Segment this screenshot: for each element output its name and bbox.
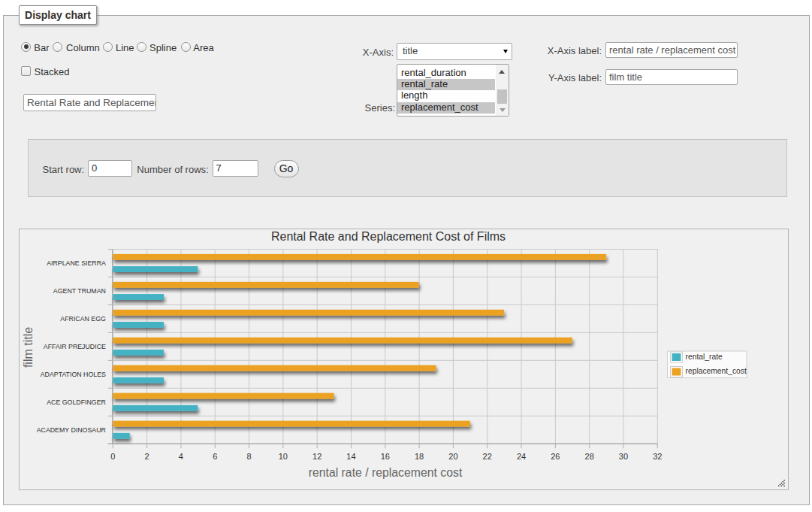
svg-text:8: 8 bbox=[246, 452, 251, 461]
svg-text:ADAPTATION HOLES: ADAPTATION HOLES bbox=[41, 371, 106, 378]
svg-text:rental_rate: rental_rate bbox=[686, 353, 723, 361]
svg-text:AGENT TRUMAN: AGENT TRUMAN bbox=[53, 287, 106, 295]
svg-text:AFRICAN EGG: AFRICAN EGG bbox=[60, 315, 106, 323]
svg-text:replacement_cost: replacement_cost bbox=[686, 367, 747, 375]
svg-text:6: 6 bbox=[213, 452, 217, 461]
svg-text:2: 2 bbox=[145, 452, 149, 461]
svg-text:0: 0 bbox=[110, 452, 115, 461]
svg-text:20: 20 bbox=[448, 452, 457, 461]
svg-text:ACE GOLDFINGER: ACE GOLDFINGER bbox=[47, 398, 106, 406]
svg-text:Rental Rate and Replacement Co: Rental Rate and Replacement Cost of Film… bbox=[271, 230, 506, 243]
svg-text:16: 16 bbox=[381, 452, 390, 461]
svg-text:32: 32 bbox=[653, 452, 662, 461]
svg-text:AFFAIR PREJUDICE: AFFAIR PREJUDICE bbox=[44, 343, 106, 350]
svg-text:28: 28 bbox=[585, 452, 594, 461]
svg-text:22: 22 bbox=[483, 452, 492, 461]
svg-text:ACADEMY DINOSAUR: ACADEMY DINOSAUR bbox=[37, 426, 106, 434]
svg-text:14: 14 bbox=[346, 452, 355, 461]
svg-text:18: 18 bbox=[415, 452, 424, 461]
svg-text:10: 10 bbox=[279, 452, 288, 461]
svg-text:4: 4 bbox=[179, 452, 183, 461]
svg-text:24: 24 bbox=[517, 452, 526, 461]
svg-text:AIRPLANE SIERRA: AIRPLANE SIERRA bbox=[47, 259, 106, 267]
svg-text:26: 26 bbox=[551, 452, 560, 461]
svg-text:film title: film title bbox=[22, 327, 35, 368]
svg-text:30: 30 bbox=[619, 452, 628, 461]
svg-text:rental rate / replacement cost: rental rate / replacement cost bbox=[309, 466, 463, 479]
svg-text:12: 12 bbox=[312, 452, 321, 461]
